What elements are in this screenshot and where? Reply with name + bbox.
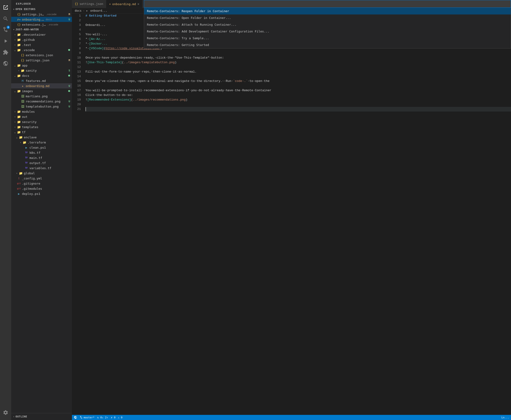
file-gitmodules[interactable]: git .gitmodules [11, 186, 72, 191]
git-icon: git [17, 187, 21, 190]
tab-close-icon[interactable]: × [137, 2, 139, 6]
folder-sanity[interactable]: › 📁 sanity S [11, 68, 72, 73]
folder-modules[interactable]: › 📁 modules [11, 109, 72, 114]
run-activity-icon[interactable] [0, 36, 11, 47]
folder-app[interactable]: ⌄ 📁 app [11, 63, 72, 68]
folder-templates[interactable]: › 📁 templates [11, 124, 72, 129]
folder-icon: 📁 [17, 120, 21, 124]
json-file-icon: {} [17, 13, 21, 16]
folder-icon: 📁 [19, 172, 23, 175]
explorer-activity-icon[interactable] [0, 2, 11, 13]
open-editor-extensions-json[interactable]: {} extensions.json .vscode [11, 22, 72, 27]
command-item-open-folder[interactable]: Remote-Containers: Open Folder in Contai… [144, 15, 511, 21]
outline-section: › OUTLINE [11, 413, 72, 420]
command-palette-input[interactable] [144, 0, 511, 8]
file-recommendations-png[interactable]: 🖼 recommendations.png U [11, 99, 72, 104]
code-line-18: Click·the·button·to·do·so: [85, 93, 511, 98]
folder-icon: 📁 [17, 125, 21, 129]
file-features-md[interactable]: M features.md [11, 78, 72, 83]
folder-global[interactable]: › 📁 global [11, 171, 72, 176]
open-editor-settings-json[interactable]: {} settings.json .vscode M [11, 12, 72, 17]
folder-arrow: › [13, 126, 17, 128]
folder-github[interactable]: › 📁 .github [11, 37, 72, 42]
source-control-activity-icon[interactable]: 4 [0, 24, 11, 36]
command-item-reopen[interactable]: Remote-Containers: Reopen Folder in Cont… [144, 8, 511, 15]
status-sync[interactable]: ↻ 0↓ 2↑ [97, 416, 108, 419]
file-clean-ps1[interactable]: ▶ clean.ps1 [11, 145, 72, 150]
command-item-getting-started[interactable]: Remote-Containers: Getting Started [144, 42, 511, 48]
folder-vscode[interactable]: ⌄ 📁 .vscode [11, 47, 72, 52]
status-errors[interactable]: ✗ 0 ⚠ 0 [111, 416, 123, 419]
folder-tf[interactable]: ⌄ 📁 tf [11, 129, 72, 135]
file-gitignore[interactable]: git .gitignore [11, 181, 72, 186]
line-num-15: 15 [72, 79, 81, 83]
folder-name: modules [22, 110, 72, 113]
status-ln-col[interactable]: Ln... [501, 416, 509, 419]
file-config-yml[interactable]: ! _config.yml [11, 176, 72, 181]
folder-arrow: ⌄ [13, 90, 17, 92]
status-remote-icon[interactable] [74, 416, 77, 419]
file-output-tf[interactable]: TF output.tf [11, 160, 72, 165]
line-num-2: 2 [72, 18, 81, 23]
file-settings-json[interactable]: {} settings.json M [11, 58, 72, 63]
code-line-13: Fill·out·the·form·to·name·your·repo,·the… [85, 69, 511, 74]
breadcrumb-docs[interactable]: docs [75, 9, 82, 12]
warning-count: ⚠ 0 [118, 416, 123, 419]
json-file-icon2: {} [17, 23, 21, 26]
folder-arrow: › [15, 172, 19, 174]
folder-terraform[interactable]: › 📁 .terraform [11, 140, 72, 145]
file-deploy-ps1[interactable]: ▶ deploy.ps1 [11, 191, 72, 196]
file-onboarding-md[interactable]: ✦ onboarding.md U [11, 83, 72, 89]
folder-arrow: ⌄ [13, 131, 17, 134]
folder-images[interactable]: ⌄ 📁 images [11, 89, 72, 94]
folder-enclave[interactable]: ⌄ 📁 enclave [11, 135, 72, 140]
png-icon: 🖼 [21, 105, 25, 108]
yaml-icon: ! [17, 177, 21, 180]
folder-docs[interactable]: ⌄ 📁 docs [11, 73, 72, 78]
editor-area: Remote-Containers: Reopen Folder in Cont… [72, 0, 511, 420]
tab-onboarding-md[interactable]: ✦ onboarding.md × [106, 0, 142, 8]
tf-icon: TF [24, 157, 29, 159]
extensions-activity-icon[interactable] [0, 47, 11, 58]
file-main-tf[interactable]: TF main.tf [11, 155, 72, 160]
open-editors-label: OPEN EDITORS [16, 8, 36, 11]
command-item-add-config[interactable]: Remote-Containers: Add Development Conta… [144, 28, 511, 35]
breadcrumb-file[interactable]: ✦ onboard... [86, 9, 107, 12]
folder-security[interactable]: › 📁 security [11, 119, 72, 124]
folder-arrow: ⌄ [13, 64, 17, 67]
code-line-9 [85, 51, 511, 56]
breadcrumb-filename: onboard... [90, 9, 107, 12]
tab-settings-json[interactable]: {} settings.json [72, 0, 106, 8]
folder-out[interactable]: › 📁 out [11, 114, 72, 119]
file-name: .gitignore [22, 182, 72, 185]
code-editor[interactable]: # Getting·Started Onboardi... You·will·.… [84, 14, 511, 420]
dot-badge [68, 49, 70, 51]
command-item-sample[interactable]: Remote-Containers: Try a Sample... [144, 35, 511, 42]
code-line-12 [85, 65, 511, 69]
folder-icon: 📁 [19, 135, 23, 139]
folder-name: sanity [26, 69, 69, 72]
file-k8s-tf[interactable]: TF k8s.tf [11, 150, 72, 155]
file-name: features.md [26, 79, 72, 82]
file-extensions-json[interactable]: {} extensions.json [11, 52, 72, 58]
open-editor-onboarding-md[interactable]: ✗✦ onboarding.md docs U [11, 17, 72, 22]
file-templatebutton-png[interactable]: 🖼 templatebutton.png U [11, 104, 72, 109]
remote-activity-icon[interactable] [0, 58, 11, 69]
folder-arrow: › [19, 141, 23, 144]
status-branch[interactable]: master* [80, 416, 94, 419]
outline-header[interactable]: › OUTLINE [11, 414, 72, 419]
activity-bar: 4 [0, 0, 11, 420]
project-header[interactable]: ▾ JUST-ADD-WATER [11, 27, 72, 32]
command-item-attach[interactable]: Remote-Containers: Attach to Running Con… [144, 21, 511, 28]
file-variables-tf[interactable]: TF variables.tf [11, 165, 72, 171]
file-name: main.tf [30, 156, 72, 160]
open-editors-header[interactable]: ▾ OPEN EDITORS [11, 7, 72, 12]
folder-arrow: › [13, 38, 17, 41]
folder-test[interactable]: › 📁 .test [11, 42, 72, 47]
settings-activity-icon[interactable] [0, 407, 11, 418]
folder-devcontainer[interactable]: › 📁 .devcontainer [11, 32, 72, 37]
search-activity-icon[interactable] [0, 13, 11, 24]
file-martians-png[interactable]: 🖼 martians.png [11, 94, 72, 99]
folder-icon: 📁 [17, 110, 21, 113]
folder-icon: 📁 [17, 130, 21, 134]
